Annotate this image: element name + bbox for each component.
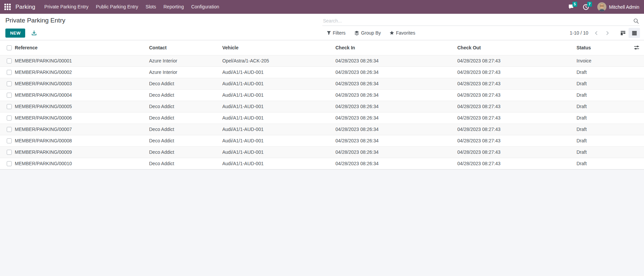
list-view-button[interactable] <box>629 28 640 38</box>
messages-badge: 5 <box>572 2 577 7</box>
row-checkbox-cell <box>0 158 15 169</box>
navbar-menu-item[interactable]: Slots <box>142 0 160 14</box>
cell-status: Draft <box>577 78 644 89</box>
table-row[interactable]: MEMBER/PARKING/00003 Deco Addict Audi/A1… <box>0 78 644 89</box>
cell-contact: Azure Interior <box>149 55 222 66</box>
optional-columns-button[interactable] <box>634 45 640 51</box>
cell-reference: MEMBER/PARKING/00008 <box>15 135 149 146</box>
app-name[interactable]: Parking <box>15 4 35 10</box>
select-all-checkbox[interactable] <box>7 45 12 50</box>
search-input[interactable] <box>322 18 632 24</box>
cell-reference: MEMBER/PARKING/00010 <box>15 158 149 169</box>
group-by-label: Group By <box>361 30 381 36</box>
user-menu[interactable]: Mitchell Admin <box>597 2 639 11</box>
group-by-button[interactable]: Group By <box>354 30 381 36</box>
pager-next-button[interactable] <box>606 31 610 35</box>
navbar-menu-item[interactable]: Private Parking Entry <box>41 0 92 14</box>
table-row[interactable]: MEMBER/PARKING/00007 Deco Addict Audi/A1… <box>0 124 644 135</box>
row-checkbox[interactable] <box>7 93 12 98</box>
pager-previous-button[interactable] <box>594 31 598 35</box>
column-header-check-in[interactable]: Check In <box>335 40 457 55</box>
column-header-reference[interactable]: Reference <box>15 40 149 55</box>
filters-label: Filters <box>333 30 346 36</box>
cell-status: Draft <box>577 101 644 112</box>
favorites-label: Favorites <box>396 30 415 36</box>
cell-check-in: 04/28/2023 08:26:34 <box>335 66 457 78</box>
search-options: Filters Group By Favorites <box>327 28 415 38</box>
column-header-vehicle[interactable]: Vehicle <box>222 40 335 55</box>
cell-contact: Azure Interior <box>149 66 222 78</box>
column-header-status[interactable]: Status <box>577 40 644 55</box>
row-checkbox[interactable] <box>7 70 12 75</box>
export-button[interactable] <box>31 30 37 36</box>
navbar-menu-item[interactable]: Public Parking Entry <box>92 0 142 14</box>
pager-area: 1-10 / 10 <box>570 28 640 38</box>
kanban-view-icon <box>620 30 626 36</box>
row-checkbox-cell <box>0 89 15 101</box>
row-checkbox[interactable] <box>7 138 12 143</box>
table-row[interactable]: MEMBER/PARKING/00008 Deco Addict Audi/A1… <box>0 135 644 146</box>
top-navbar: Parking Private Parking Entry Public Par… <box>0 0 644 14</box>
cell-reference: MEMBER/PARKING/00004 <box>15 89 149 101</box>
apps-menu-button[interactable] <box>0 0 15 14</box>
navbar-menu: Private Parking Entry Public Parking Ent… <box>41 0 223 14</box>
row-checkbox[interactable] <box>7 104 12 109</box>
row-checkbox-cell <box>0 146 15 158</box>
cell-check-out: 04/28/2023 08:27:43 <box>457 124 577 135</box>
table-row[interactable]: MEMBER/PARKING/00010 Deco Addict Audi/A1… <box>0 158 644 169</box>
list-view-icon <box>632 30 637 36</box>
action-buttons: NEW <box>5 28 37 38</box>
cell-vehicle: Audi/A1/1-AUD-001 <box>222 158 335 169</box>
cell-contact: Deco Addict <box>149 112 222 124</box>
search-button[interactable] <box>632 17 640 25</box>
cell-status: Draft <box>577 112 644 124</box>
navbar-menu-item[interactable]: Reporting <box>160 0 188 14</box>
cell-contact: Deco Addict <box>149 158 222 169</box>
search-bar <box>322 16 640 26</box>
table-row[interactable]: MEMBER/PARKING/00002 Azure Interior Audi… <box>0 66 644 78</box>
pager-value[interactable]: 1-10 / 10 <box>570 30 588 36</box>
row-checkbox[interactable] <box>7 81 12 86</box>
new-button[interactable]: NEW <box>5 29 25 38</box>
cell-contact: Deco Addict <box>149 124 222 135</box>
table-row[interactable]: MEMBER/PARKING/00006 Deco Addict Audi/A1… <box>0 112 644 124</box>
cell-check-out: 04/28/2023 08:27:43 <box>457 78 577 89</box>
cell-check-out: 04/28/2023 08:27:43 <box>457 55 577 66</box>
row-checkbox[interactable] <box>7 161 12 166</box>
row-checkbox-cell <box>0 55 15 66</box>
favorites-button[interactable]: Favorites <box>389 30 415 36</box>
cell-contact: Deco Addict <box>149 78 222 89</box>
cell-check-in: 04/28/2023 08:26:34 <box>335 89 457 101</box>
filters-button[interactable]: Filters <box>327 30 346 36</box>
navbar-menu-item[interactable]: Configuration <box>187 0 223 14</box>
cell-status: Draft <box>577 135 644 146</box>
cell-check-in: 04/28/2023 08:26:34 <box>335 78 457 89</box>
activities-badge: 7 <box>587 2 592 7</box>
cell-vehicle: Audi/A1/1-AUD-001 <box>222 146 335 158</box>
cell-reference: MEMBER/PARKING/00007 <box>15 124 149 135</box>
table-row[interactable]: MEMBER/PARKING/00009 Deco Addict Audi/A1… <box>0 146 644 158</box>
table-row[interactable]: MEMBER/PARKING/00004 Deco Addict Audi/A1… <box>0 89 644 101</box>
cell-vehicle: Audi/A1/1-AUD-001 <box>222 78 335 89</box>
activities-button[interactable]: 7 <box>583 4 590 10</box>
row-checkbox[interactable] <box>7 127 12 132</box>
table-row[interactable]: MEMBER/PARKING/00001 Azure Interior Opel… <box>0 55 644 66</box>
cell-vehicle: Audi/A1/1-AUD-001 <box>222 66 335 78</box>
table-row[interactable]: MEMBER/PARKING/00005 Deco Addict Audi/A1… <box>0 101 644 112</box>
kanban-view-button[interactable] <box>617 28 629 38</box>
messages-button[interactable]: 5 <box>568 4 575 10</box>
cell-status: Draft <box>577 89 644 101</box>
select-all-cell <box>0 40 15 55</box>
cell-contact: Deco Addict <box>149 101 222 112</box>
cell-vehicle: Audi/A1/1-AUD-001 <box>222 135 335 146</box>
sliders-icon <box>634 45 640 51</box>
row-checkbox[interactable] <box>7 58 12 63</box>
column-header-check-out[interactable]: Check Out <box>457 40 577 55</box>
column-header-contact[interactable]: Contact <box>149 40 222 55</box>
cell-status: Invoice <box>577 55 644 66</box>
row-checkbox-cell <box>0 66 15 78</box>
cell-status: Draft <box>577 124 644 135</box>
row-checkbox[interactable] <box>7 150 12 155</box>
download-icon <box>31 30 37 36</box>
row-checkbox[interactable] <box>7 116 12 121</box>
